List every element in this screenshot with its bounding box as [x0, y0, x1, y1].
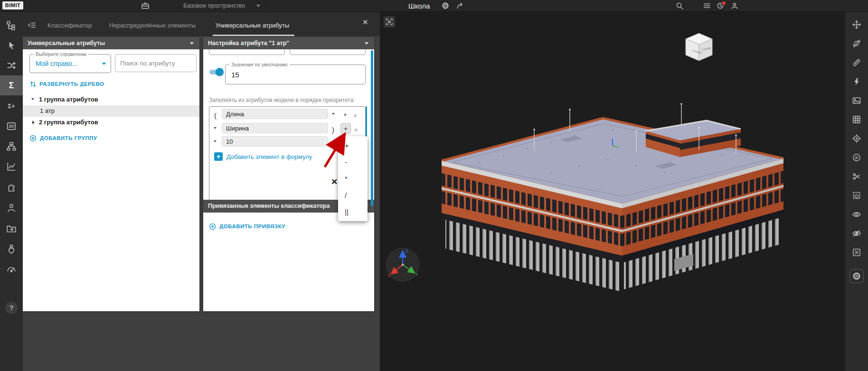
- app-logo[interactable]: BIMIT: [2, 1, 23, 9]
- attributes-sigma-icon[interactable]: Σ: [0, 75, 23, 95]
- workspace-selector-label: Базовое пространство: [183, 2, 245, 9]
- profile-icon[interactable]: [730, 1, 739, 10]
- workspace-selector[interactable]: Базовое пространство: [183, 0, 245, 11]
- add-group-label: ДОБАВИТЬ ГРУППУ: [40, 135, 97, 141]
- formula-operand-input[interactable]: [222, 123, 328, 133]
- remove-row-icon[interactable]: ×: [353, 110, 357, 122]
- focus-center-icon[interactable]: [845, 129, 868, 148]
- structure-icon[interactable]: [0, 137, 23, 157]
- axis-x-label: X: [387, 273, 390, 278]
- tab-strip: Классификатор Нераспределённые элементы …: [23, 11, 380, 36]
- operator-menu-item-concat[interactable]: ||: [338, 204, 368, 220]
- section-box-icon[interactable]: [845, 186, 868, 205]
- charts-icon[interactable]: [0, 157, 23, 176]
- tree-group-label: 1 группа атрибутов: [39, 96, 98, 103]
- remove-row-icon[interactable]: ×: [354, 124, 358, 136]
- notifications-history-icon[interactable]: [716, 1, 725, 10]
- close-panel-icon[interactable]: ✕: [362, 18, 368, 27]
- operator-label[interactable]: *: [344, 110, 347, 122]
- universal-attributes-header[interactable]: Универсальные атрибуты: [23, 37, 199, 49]
- dashboard-gauge-icon[interactable]: [0, 259, 23, 279]
- operator-menu-item-multiply[interactable]: *: [338, 170, 368, 187]
- plus-circle-icon: [29, 135, 37, 142]
- pan-tool-icon[interactable]: [845, 15, 868, 34]
- collapse-panel-icon[interactable]: [28, 21, 36, 29]
- tab-classifier[interactable]: Классификатор: [47, 19, 92, 33]
- user-location-icon[interactable]: [0, 239, 23, 259]
- view-settings-gear-icon[interactable]: [845, 267, 868, 286]
- chevron-down-icon[interactable]: [214, 127, 217, 129]
- default-value-label: Значение по умолчанию: [229, 62, 290, 67]
- chevron-down-icon[interactable]: [214, 140, 217, 142]
- project-settings-gear-icon[interactable]: [441, 1, 450, 10]
- toggle-thumb: [216, 68, 224, 76]
- expand-tree-link[interactable]: РАЗВЕРНУТЬ ДЕРЕВО: [29, 80, 104, 88]
- operator-menu: + - * / ||: [338, 136, 368, 221]
- universal-attributes-panel: Универсальные атрибуты Выберите справочн…: [23, 37, 199, 311]
- relations-icon[interactable]: [0, 56, 23, 75]
- svg-text:Σ+: Σ+: [8, 102, 15, 110]
- properties-p-icon[interactable]: P: [845, 148, 868, 167]
- active-tab-underline: [213, 35, 294, 36]
- tree-group-row[interactable]: 2 группа атрибутов: [23, 117, 199, 128]
- sigma-plus-icon[interactable]: Σ+: [0, 96, 23, 116]
- menu-list-icon[interactable]: [703, 1, 711, 10]
- model-tree-icon[interactable]: [0, 16, 23, 36]
- hide-element-icon[interactable]: [845, 243, 868, 262]
- panel-scrollbar[interactable]: [371, 50, 373, 206]
- collision-icon[interactable]: [845, 72, 868, 91]
- help-icon[interactable]: ?: [5, 302, 18, 314]
- formula-operand-input[interactable]: [222, 109, 328, 119]
- operator-menu-item-plus[interactable]: +: [338, 137, 368, 154]
- attribute-settings-header[interactable]: Настройка атрибута "1 атр": [203, 37, 374, 49]
- users-icon[interactable]: [0, 198, 23, 218]
- share-icon[interactable]: [456, 1, 464, 10]
- operator-menu-item-divide[interactable]: /: [338, 187, 368, 204]
- expand-tree-label: РАЗВЕРНУТЬ ДЕРЕВО: [39, 81, 104, 87]
- add-binding-label: ДОБАВИТЬ ПРИВЯЗКУ: [219, 223, 285, 229]
- viewport-3d[interactable]: Слева Сзади Z X Y: [380, 11, 845, 371]
- default-value-input[interactable]: [226, 65, 365, 84]
- operator-menu-item-minus[interactable]: -: [338, 154, 368, 170]
- attribute-search-input[interactable]: [115, 54, 197, 72]
- axis-triad[interactable]: Z X Y: [384, 246, 422, 284]
- isolate-icon[interactable]: [845, 224, 868, 243]
- tree-attribute-row-selected[interactable]: 1 атр: [23, 105, 199, 117]
- plugins-icon[interactable]: [0, 177, 23, 197]
- toolbox-icon[interactable]: [141, 1, 150, 10]
- measure-icon[interactable]: [845, 53, 868, 72]
- expand-tree-icon: [29, 81, 37, 88]
- tree-collapsed-icon[interactable]: [32, 121, 35, 124]
- screenshot-icon[interactable]: [845, 91, 868, 110]
- visibility-icon[interactable]: [845, 205, 868, 224]
- drawings-2d-icon[interactable]: 2D: [0, 116, 23, 136]
- default-value-field[interactable]: Значение по умолчанию: [225, 65, 366, 84]
- operator-button[interactable]: +: [340, 123, 351, 134]
- add-binding-link[interactable]: ДОБАВИТЬ ПРИВЯЗКУ: [209, 222, 285, 231]
- export-icon[interactable]: [0, 218, 23, 238]
- priority-hint: Заполнять из атрибутов модели в порядке …: [209, 97, 355, 103]
- tree-expanded-icon[interactable]: [31, 98, 34, 100]
- add-element-icon[interactable]: +: [214, 152, 223, 161]
- formula-close-icon[interactable]: ✕: [331, 177, 338, 187]
- navigation-cube[interactable]: Слева Сзади: [682, 29, 716, 66]
- add-group-link[interactable]: ДОБАВИТЬ ГРУППУ: [29, 134, 97, 142]
- clip-icon[interactable]: [845, 167, 868, 186]
- select-tool-icon[interactable]: [0, 36, 23, 56]
- axis-z-label: Z: [406, 249, 408, 253]
- formula-operand-input[interactable]: [222, 136, 328, 147]
- tab-unallocated-elements[interactable]: Нераспределённые элементы: [109, 19, 196, 33]
- zoom-fit-icon[interactable]: [384, 16, 395, 28]
- add-element-label[interactable]: Добавить элемент в формулу: [226, 153, 312, 160]
- search-icon[interactable]: [675, 1, 684, 10]
- panel-header-label: Настройка атрибута "1 атр": [208, 40, 289, 46]
- section-plane-icon[interactable]: [845, 34, 868, 53]
- default-value-toggle[interactable]: [208, 67, 225, 76]
- reference-select-value: Мой справо...: [36, 60, 77, 67]
- reference-select[interactable]: Выберите справочник Мой справо...: [29, 54, 111, 73]
- topbar-separator: [266, 0, 266, 11]
- tree-group-row[interactable]: 1 группа атрибутов: [23, 94, 199, 105]
- grid-icon[interactable]: [845, 110, 868, 129]
- chevron-down-icon[interactable]: [332, 113, 335, 115]
- tab-universal-attributes[interactable]: Универсальные атрибуты: [216, 19, 289, 33]
